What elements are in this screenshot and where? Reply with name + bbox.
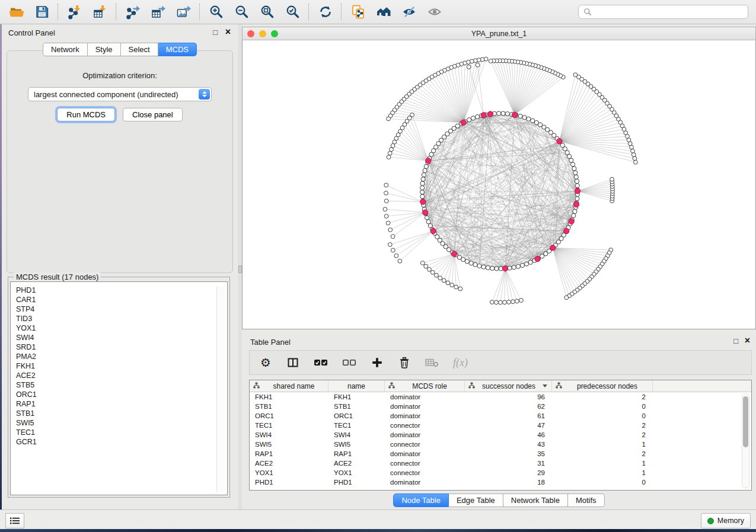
export-image-button[interactable]	[171, 2, 196, 22]
mcds-result-item[interactable]: CAR1	[16, 295, 227, 305]
mcds-result-item[interactable]: SWI5	[16, 418, 227, 428]
sort-menu-chevron-icon[interactable]	[543, 384, 547, 387]
tab-network[interactable]: Network	[43, 43, 88, 56]
tab-network-table[interactable]: Network Table	[503, 493, 568, 507]
optimization-criterion-dropdown[interactable]: largest connected component (undirected)	[28, 87, 212, 101]
table-scrollbar[interactable]	[742, 393, 749, 488]
table-cell[interactable]: PHD1	[328, 477, 385, 487]
float-panel-icon[interactable]: □	[213, 28, 218, 37]
table-cell[interactable]: 2	[552, 392, 653, 402]
mcds-result-item[interactable]: SRD1	[16, 342, 227, 352]
table-cell[interactable]: FKH1	[328, 392, 385, 402]
table-cell[interactable]: 1	[552, 459, 653, 468]
table-cell[interactable]: ACE2	[250, 459, 328, 468]
mcds-result-item[interactable]: SWI4	[16, 333, 227, 342]
add-column-button[interactable]	[371, 355, 384, 370]
table-row[interactable]: ACE2ACE2connector311	[250, 459, 751, 468]
table-cell[interactable]: connector	[385, 459, 465, 468]
table-cell[interactable]: SWI5	[328, 440, 385, 449]
delete-column-button[interactable]	[398, 355, 411, 370]
split-columns-button[interactable]	[286, 355, 299, 370]
zoom-out-button[interactable]	[229, 2, 254, 22]
network-window-titlebar[interactable]: YPA_prune.txt_1	[242, 27, 756, 40]
table-cell[interactable]: 1	[552, 440, 653, 449]
export-network-button[interactable]	[120, 2, 145, 22]
mcds-result-item[interactable]: GCR1	[16, 437, 227, 447]
table-row[interactable]: SWI5SWI5connector431	[250, 440, 751, 449]
table-cell[interactable]: connector	[385, 421, 465, 430]
network-canvas[interactable]	[242, 40, 756, 329]
table-row[interactable]: TEC1TEC1connector472	[250, 421, 751, 430]
mcds-result-scrollbar[interactable]	[216, 287, 225, 492]
table-cell[interactable]: 18	[465, 477, 552, 487]
table-cell[interactable]: 61	[465, 411, 552, 421]
tab-node-table[interactable]: Node Table	[393, 493, 449, 507]
table-row[interactable]: PHD1PHD1dominator180	[250, 477, 751, 487]
tab-motifs[interactable]: Motifs	[568, 493, 605, 507]
tab-style[interactable]: Style	[88, 43, 121, 56]
table-cell[interactable]: 0	[552, 402, 653, 411]
mcds-result-item[interactable]: PMA2	[16, 352, 227, 361]
table-cell[interactable]: 96	[465, 392, 552, 402]
table-cell[interactable]: RAP1	[328, 449, 385, 459]
run-mcds-button[interactable]: Run MCDS	[57, 108, 115, 121]
column-header-predecessor-nodes[interactable]: predecessor nodes	[552, 380, 653, 392]
table-row[interactable]: SWI4SWI4dominator462	[250, 430, 751, 440]
table-cell[interactable]: 1	[552, 468, 653, 477]
tab-edge-table[interactable]: Edge Table	[449, 493, 503, 507]
table-cell[interactable]: YOX1	[328, 468, 385, 477]
settings-gear-button[interactable]: ⚙	[259, 355, 272, 370]
table-cell[interactable]: 43	[465, 440, 552, 449]
column-header-name[interactable]: name	[328, 380, 385, 392]
table-cell[interactable]: SWI5	[250, 440, 328, 449]
mcds-result-item[interactable]: YOX1	[16, 323, 227, 333]
network-graph[interactable]	[243, 40, 755, 329]
select-all-check-button[interactable]	[314, 355, 328, 370]
import-network-button[interactable]	[62, 2, 87, 22]
table-panel-close-icon[interactable]: ×	[745, 335, 750, 346]
column-header-shared-name[interactable]: shared name	[250, 380, 328, 392]
deselect-all-check-button[interactable]	[342, 355, 356, 370]
mcds-result-item[interactable]: STB5	[16, 380, 227, 390]
zoom-fit-button[interactable]	[254, 2, 280, 22]
mcds-result-item[interactable]: PHD1	[16, 286, 227, 295]
table-cell[interactable]: ORC1	[328, 411, 385, 421]
mcds-result-item[interactable]: TID3	[16, 314, 227, 323]
table-cell[interactable]: STB1	[250, 402, 328, 411]
table-cell[interactable]: 46	[465, 430, 552, 440]
table-cell[interactable]: dominator	[385, 392, 465, 402]
mcds-result-item[interactable]: ORC1	[16, 390, 227, 399]
table-row[interactable]: FKH1FKH1dominator962	[250, 392, 751, 402]
column-header-successor-nodes[interactable]: successor nodes	[465, 380, 552, 392]
export-table-button[interactable]	[145, 2, 171, 22]
table-cell[interactable]: TEC1	[328, 421, 385, 430]
table-scrollbar-thumb[interactable]	[743, 396, 748, 447]
column-header-MCDS-role[interactable]: MCDS role	[385, 380, 465, 392]
table-cell[interactable]: dominator	[385, 430, 465, 440]
table-cell[interactable]: 62	[465, 402, 552, 411]
table-cell[interactable]: 2	[552, 430, 653, 440]
search-input[interactable]	[595, 7, 748, 17]
panel-splitter[interactable]	[238, 24, 242, 509]
mcds-result-list[interactable]: PHD1CAR1STP4TID3YOX1SWI4SRD1PMA2FKH1ACE2…	[10, 281, 228, 495]
table-panel-float-icon[interactable]: □	[733, 336, 738, 345]
mcds-result-item[interactable]: STP4	[16, 305, 227, 314]
table-cell[interactable]: dominator	[385, 449, 465, 459]
tab-mcds[interactable]: MCDS	[158, 43, 197, 56]
close-panel-icon[interactable]: ×	[225, 27, 231, 37]
table-row[interactable]: STB1STB1dominator620	[250, 402, 751, 411]
table-cell[interactable]: ORC1	[250, 411, 328, 421]
table-row[interactable]: RAP1RAP1dominator352	[250, 449, 751, 459]
mcds-result-item[interactable]: ACE2	[16, 371, 227, 380]
home-networks-button[interactable]	[371, 2, 396, 22]
table-cell[interactable]: 29	[465, 468, 552, 477]
open-file-button[interactable]	[4, 2, 29, 22]
table-cell[interactable]: connector	[385, 468, 465, 477]
clone-network-button[interactable]	[345, 2, 371, 22]
table-cell[interactable]: RAP1	[250, 449, 328, 459]
table-cell[interactable]: TEC1	[250, 421, 328, 430]
table-cell[interactable]: connector	[385, 440, 465, 449]
table-cell[interactable]: 31	[465, 459, 552, 468]
task-history-button[interactable]	[5, 513, 24, 528]
close-panel-button[interactable]: Close panel	[123, 108, 183, 121]
